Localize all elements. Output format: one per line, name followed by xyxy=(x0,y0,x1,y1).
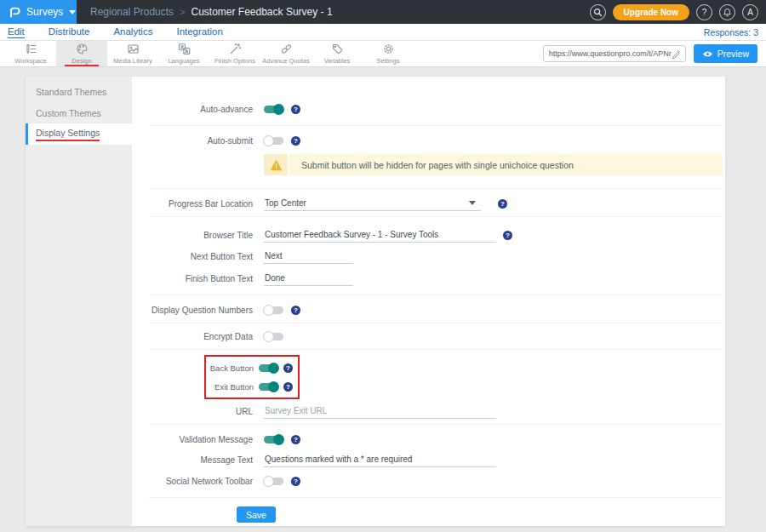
back-button-help-icon[interactable]: ? xyxy=(283,363,293,373)
exit-button-label: Exit Button xyxy=(206,382,254,392)
social-network-toolbar-label: Social Network Toolbar xyxy=(132,477,253,486)
auto-submit-toggle[interactable] xyxy=(264,137,283,145)
tool-advance-quotas[interactable]: Advance Quotas xyxy=(260,41,312,66)
exit-button-help-icon[interactable]: ? xyxy=(283,382,293,392)
help-icon: ? xyxy=(702,8,707,17)
exit-button-toggle[interactable] xyxy=(259,383,278,391)
tool-label: Settings xyxy=(376,57,399,65)
auto-advance-toggle[interactable] xyxy=(264,106,283,113)
survey-url: https://www.questionpro.com/t/APNrFZ xyxy=(549,49,672,58)
eye-icon xyxy=(702,50,713,58)
display-question-numbers-toggle[interactable] xyxy=(264,306,283,314)
validation-message-help-icon[interactable]: ? xyxy=(291,435,300,444)
workspace-icon xyxy=(25,43,37,55)
upgrade-now-button[interactable]: Upgrade Now xyxy=(613,4,689,20)
auto-advance-help-icon[interactable]: ? xyxy=(291,105,300,114)
auto-submit-row: Auto-submit ? xyxy=(132,130,725,151)
sidebar-item-custom-themes[interactable]: Custom Themes xyxy=(26,102,132,123)
exit-url-row: URL xyxy=(132,401,725,421)
message-text-label: Message Text xyxy=(132,455,253,465)
toolbar-tabs: Workspace Design Media Library xyxy=(5,41,414,66)
settings-icon xyxy=(382,43,395,55)
validation-message-toggle[interactable] xyxy=(264,436,283,443)
encrypt-data-row: Encrypt Data xyxy=(132,326,725,346)
tool-languages[interactable]: Languages xyxy=(158,41,209,66)
nav-tab-edit[interactable]: Edit xyxy=(8,26,25,38)
edit-pencil-icon[interactable] xyxy=(672,49,681,59)
finish-button-text-input[interactable] xyxy=(264,272,353,286)
bell-icon xyxy=(723,8,732,17)
tool-label: Finish Options xyxy=(214,57,255,65)
encrypt-data-label: Encrypt Data xyxy=(132,332,253,341)
toggle-knob xyxy=(273,434,284,445)
toggle-knob xyxy=(273,104,284,115)
message-text-row: Message Text xyxy=(132,449,725,470)
finish-button-text-label: Finish Button Text xyxy=(132,274,253,283)
social-network-toolbar-toggle[interactable] xyxy=(264,478,283,485)
progress-bar-help-icon[interactable]: ? xyxy=(498,199,507,209)
responses-count[interactable]: Responses: 3 xyxy=(704,27,758,37)
browser-title-input[interactable] xyxy=(264,228,496,243)
preview-button[interactable]: Preview xyxy=(694,44,757,63)
social-network-toolbar-help-icon[interactable]: ? xyxy=(291,477,300,486)
auto-submit-label: Auto-submit xyxy=(132,136,253,146)
divider xyxy=(149,349,723,350)
nav-tab-integration[interactable]: Integration xyxy=(176,26,222,37)
display-question-numbers-label: Display Question Numbers xyxy=(132,306,253,315)
toggle-knob xyxy=(263,476,274,487)
tool-finish-options[interactable]: Finish Options xyxy=(209,41,260,66)
tool-workspace[interactable]: Workspace xyxy=(5,41,56,66)
design-icon xyxy=(76,43,89,55)
breadcrumb-survey-name: Customer Feedback Survey - 1 xyxy=(192,6,333,18)
exit-button-row: Exit Button ? xyxy=(206,377,298,396)
avatar[interactable]: A xyxy=(742,4,758,20)
tool-design[interactable]: Design xyxy=(56,41,107,66)
exit-url-label: URL xyxy=(132,407,253,416)
progress-bar-location-row: Progress Bar Location Top Center ? xyxy=(132,193,725,214)
tool-media-library[interactable]: Media Library xyxy=(107,41,158,66)
design-panel: Standard Themes Custom Themes Display Se… xyxy=(26,77,725,526)
progress-bar-location-select[interactable]: Top Center xyxy=(264,197,481,211)
variables-icon xyxy=(331,43,344,55)
tool-variables[interactable]: Variables xyxy=(312,41,363,66)
product-menu[interactable]: Surveys xyxy=(0,0,77,24)
back-button-toggle[interactable] xyxy=(259,364,278,372)
highlight-annotation-box: Back Button ? Exit Button ? xyxy=(204,355,300,399)
toggle-knob xyxy=(263,135,274,146)
finish-button-text-row: Finish Button Text xyxy=(132,267,725,289)
survey-url-box[interactable]: https://www.questionpro.com/t/APNrFZ xyxy=(543,45,686,62)
tool-label: Design xyxy=(71,57,91,65)
search-button[interactable] xyxy=(590,4,606,20)
nav-tab-analytics[interactable]: Analytics xyxy=(113,26,152,37)
finish-options-icon xyxy=(229,43,242,55)
tool-settings[interactable]: Settings xyxy=(363,41,414,66)
encrypt-data-toggle[interactable] xyxy=(264,333,283,340)
notifications-button[interactable] xyxy=(719,4,735,20)
help-button[interactable]: ? xyxy=(696,4,712,20)
edit-toolbar: Workspace Design Media Library xyxy=(0,41,766,67)
breadcrumb-folder[interactable]: Regional Products xyxy=(90,6,174,18)
exit-url-input[interactable] xyxy=(264,404,496,419)
breadcrumb: Regional Products > Customer Feedback Su… xyxy=(90,6,333,18)
auto-advance-label: Auto-advance xyxy=(132,105,253,114)
auto-submit-help-icon[interactable]: ? xyxy=(291,136,300,146)
display-question-numbers-help-icon[interactable]: ? xyxy=(291,306,300,315)
tool-label: Advance Quotas xyxy=(262,57,309,65)
sidebar-item-standard-themes[interactable]: Standard Themes xyxy=(26,81,132,102)
divider xyxy=(149,323,723,323)
message-text-input[interactable] xyxy=(264,453,496,467)
nav-tab-distribute[interactable]: Distribute xyxy=(49,26,90,37)
next-button-text-label: Next Button Text xyxy=(132,252,253,261)
sidebar-item-display-settings[interactable]: Display Settings xyxy=(26,123,132,145)
browser-title-help-icon[interactable]: ? xyxy=(503,231,512,240)
top-bar: Surveys Regional Products > Customer Fee… xyxy=(0,0,766,24)
save-button[interactable]: Save xyxy=(237,506,276,523)
divider xyxy=(149,424,723,425)
next-button-text-input[interactable] xyxy=(264,249,353,264)
divider xyxy=(149,188,723,189)
auto-advance-row: Auto-advance ? xyxy=(132,99,725,119)
progress-bar-location-label: Progress Bar Location xyxy=(132,199,253,209)
validation-message-label: Validation Message xyxy=(132,435,253,444)
tool-label: Workspace xyxy=(14,57,46,65)
survey-nav: Edit Distribute Analytics Integration Re… xyxy=(0,24,766,41)
